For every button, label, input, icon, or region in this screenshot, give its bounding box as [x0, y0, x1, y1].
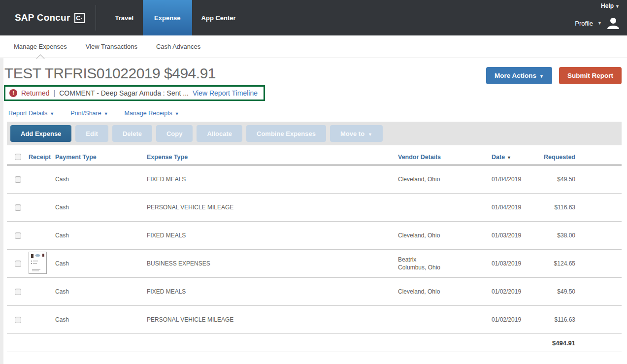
requested-amount-cell: $124.65 — [536, 260, 575, 267]
expense-type-cell: FIXED MEALS — [147, 288, 398, 295]
chevron-down-icon: ▼ — [597, 21, 602, 26]
requested-amount-cell: $116.63 — [536, 316, 575, 323]
more-actions-button[interactable]: More Actions▼ — [486, 67, 552, 84]
sap-concur-logo: SAP Concur C· — [0, 0, 85, 35]
table-total-row: $494.91 — [7, 334, 622, 352]
select-all-checkbox[interactable] — [15, 154, 21, 160]
total-requested-amount: $494.91 — [536, 339, 575, 347]
move-to-label: Move to — [340, 130, 364, 137]
header-expense-type[interactable]: Expense Type — [147, 154, 398, 161]
copy-button[interactable]: Copy — [156, 125, 193, 142]
payment-type-cell: Cash — [55, 176, 147, 183]
subnav-manage-expenses[interactable]: Manage Expenses — [14, 35, 67, 58]
table-row[interactable]: Cash FIXED MEALS Cleveland, Ohio 01/04/2… — [7, 165, 622, 194]
tab-app-center[interactable]: App Center — [192, 0, 245, 35]
row-checkbox[interactable] — [15, 232, 21, 239]
date-cell: 01/04/2019 — [492, 204, 536, 211]
page-left-gutter — [0, 58, 3, 364]
help-label: Help — [601, 2, 614, 9]
chevron-down-icon: ▼ — [539, 74, 544, 79]
print-share-label: Print/Share — [70, 110, 101, 117]
vendor-details-cell: Cleveland, Ohio — [398, 288, 492, 296]
payment-type-cell: Cash — [55, 288, 147, 295]
chevron-down-icon: ▼ — [104, 111, 108, 116]
payment-type-cell: Cash — [55, 232, 147, 239]
table-row[interactable]: Cash FIXED MEALS Cleveland, Ohio 01/03/2… — [7, 222, 622, 250]
expense-subnav: Manage Expenses View Transactions Cash A… — [0, 35, 627, 58]
expense-actions-toolbar: Add Expense Edit Delete Copy Allocate Co… — [7, 122, 622, 145]
expense-type-cell: FIXED MEALS — [147, 176, 398, 183]
requested-amount-cell: $49.50 — [536, 288, 575, 295]
profile-label: Profile — [575, 20, 593, 27]
receipt-thumbnail[interactable] — [29, 252, 47, 274]
submit-report-button[interactable]: Submit Report — [559, 67, 622, 84]
chevron-down-icon: ▼ — [50, 111, 54, 116]
table-row[interactable]: Cash PERSONAL VEHICLE MILEAGE 01/02/2019… — [7, 306, 622, 334]
report-status-annotation: ! Returned | COMMENT - Deep Sagar Amuda … — [4, 85, 265, 101]
status-comment-text: COMMENT - Deep Sagar Amuda : Sent ... — [59, 89, 189, 97]
header-receipt[interactable]: Receipt — [29, 154, 55, 161]
view-report-timeline-link[interactable]: View Report Timeline — [193, 89, 258, 97]
subnav-view-transactions[interactable]: View Transactions — [86, 35, 137, 58]
combine-expenses-button[interactable]: Combine Expenses — [246, 125, 326, 142]
delete-button[interactable]: Delete — [112, 125, 152, 142]
status-separator: | — [54, 89, 56, 97]
topbar-divider — [96, 5, 96, 31]
logo-text: SAP Concur — [15, 12, 70, 23]
row-checkbox[interactable] — [15, 176, 21, 183]
primary-tabs: Travel Expense App Center — [106, 0, 245, 35]
table-row[interactable]: Cash BUSINESS EXPENSES BeatrixColumbus, … — [7, 250, 622, 278]
report-details-menu[interactable]: Report Details▼ — [8, 110, 54, 117]
move-to-button[interactable]: Move to▼ — [330, 125, 383, 142]
allocate-button[interactable]: Allocate — [197, 125, 242, 142]
expense-table: Receipt Payment Type Expense Type Vendor… — [7, 149, 622, 352]
expense-type-cell: BUSINESS EXPENSES — [147, 260, 398, 267]
table-header-row: Receipt Payment Type Expense Type Vendor… — [7, 149, 622, 165]
more-actions-label: More Actions — [495, 72, 536, 79]
chevron-down-icon: ▼ — [368, 132, 372, 137]
row-checkbox[interactable] — [15, 204, 21, 211]
manage-receipts-menu[interactable]: Manage Receipts▼ — [125, 110, 179, 117]
returned-alert-icon: ! — [9, 89, 17, 97]
header-vendor-details[interactable]: Vendor Details — [398, 154, 492, 161]
subnav-cash-advances[interactable]: Cash Advances — [156, 35, 200, 58]
tab-travel[interactable]: Travel — [106, 0, 143, 35]
table-row[interactable]: Cash PERSONAL VEHICLE MILEAGE 01/04/2019… — [7, 194, 622, 222]
payment-type-cell: Cash — [55, 316, 147, 323]
header-requested[interactable]: Requested — [536, 154, 575, 161]
row-checkbox[interactable] — [15, 317, 21, 323]
user-avatar-icon[interactable] — [606, 17, 620, 30]
requested-amount-cell: $49.50 — [536, 176, 575, 183]
concur-logo-icon: C· — [74, 13, 85, 23]
print-share-menu[interactable]: Print/Share▼ — [70, 110, 108, 117]
header-date-sort[interactable]: Date▼ — [492, 154, 536, 161]
header-date-label: Date — [492, 154, 505, 161]
help-menu[interactable]: Help▼ — [601, 2, 620, 9]
date-cell: 01/03/2019 — [492, 232, 536, 239]
sap-concur-page: SAP Concur C· Travel Expense App Center … — [0, 0, 627, 364]
manage-receipts-label: Manage Receipts — [125, 110, 172, 117]
vendor-details-cell: Cleveland, Ohio — [398, 232, 492, 239]
row-checkbox[interactable] — [15, 289, 21, 295]
tab-expense[interactable]: Expense — [143, 0, 192, 35]
payment-type-cell: Cash — [55, 260, 147, 267]
date-cell: 01/04/2019 — [492, 176, 536, 183]
requested-amount-cell: $38.00 — [536, 232, 575, 239]
date-cell: 01/03/2019 — [492, 260, 536, 267]
vendor-details-cell: BeatrixColumbus, Ohio — [398, 256, 492, 271]
report-content: TEST TRFRIS01022019 $494.91 More Actions… — [0, 58, 627, 352]
payment-type-cell: Cash — [55, 204, 147, 211]
chevron-down-icon: ▼ — [175, 111, 179, 116]
edit-button[interactable]: Edit — [75, 125, 108, 142]
table-row[interactable]: Cash FIXED MEALS Cleveland, Ohio 01/02/2… — [7, 278, 622, 306]
date-cell: 01/02/2019 — [492, 288, 536, 295]
header-payment-type[interactable]: Payment Type — [55, 154, 147, 161]
expense-type-cell: PERSONAL VEHICLE MILEAGE — [147, 316, 398, 323]
row-checkbox[interactable] — [15, 261, 21, 267]
chevron-down-icon: ▼ — [615, 4, 620, 9]
expense-table-body: Cash FIXED MEALS Cleveland, Ohio 01/04/2… — [7, 165, 622, 334]
report-status-badge: Returned — [21, 89, 50, 97]
add-expense-button[interactable]: Add Expense — [10, 125, 71, 142]
profile-menu[interactable]: Profile ▼ — [575, 17, 620, 30]
report-title: TEST TRFRIS01022019 $494.91 — [4, 65, 216, 82]
